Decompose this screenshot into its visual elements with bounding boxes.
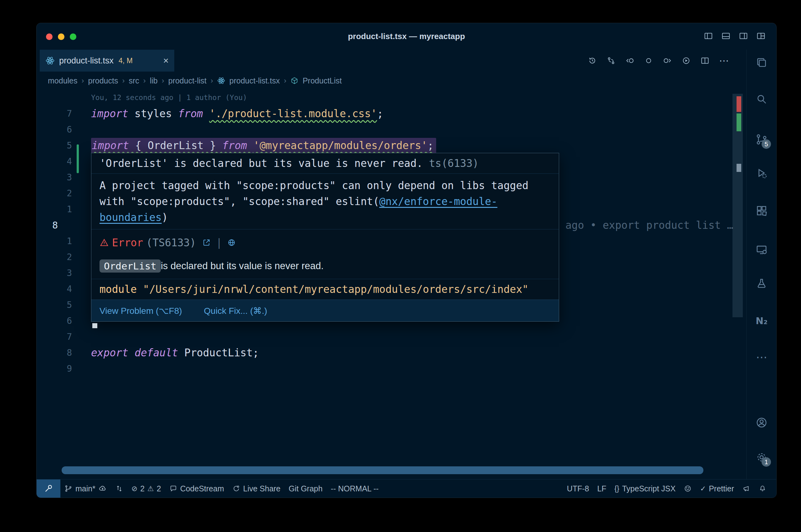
git-graph-status[interactable]: Git Graph (285, 479, 327, 498)
line-number: 4 (37, 281, 72, 297)
encoding-status[interactable]: UTF-8 (563, 479, 593, 498)
source-control-icon[interactable]: 5 (755, 133, 768, 146)
popup-footer: View Problem (⌥F8) Quick Fix... (⌘.) (91, 300, 559, 321)
module-path-row: module "/Users/juri/nrwl/content/myreact… (91, 279, 559, 300)
extensions-icon[interactable] (755, 204, 768, 217)
line-number: 4 (37, 153, 72, 169)
popup-resize-handle[interactable] (92, 323, 97, 328)
code-line-export-default[interactable]: export default ProductList; (91, 345, 259, 361)
horizontal-scrollbar[interactable] (62, 467, 703, 474)
toggle-sidebar-left-icon[interactable] (704, 31, 713, 41)
error-circle-icon: ⊘ (131, 484, 138, 493)
search-icon[interactable] (755, 92, 768, 106)
git-branch-status[interactable]: main* (60, 479, 111, 498)
globe-icon[interactable] (227, 238, 236, 247)
timeline-history-icon[interactable] (588, 56, 597, 65)
git-compare-status[interactable] (111, 479, 127, 498)
check-icon: ✓ (700, 484, 706, 493)
explorer-icon[interactable] (755, 56, 768, 70)
line-number-gutter: 7 6 5 4 3 2 1 8 1 2 3 4 5 6 7 8 9 (37, 90, 72, 377)
selection-highlight: import { OrderList } from '@myreactapp/m… (91, 138, 436, 154)
code-line-import-styles[interactable]: import styles from './product-list.modul… (91, 106, 383, 121)
branch-name: main* (75, 484, 95, 493)
symbol-badge: OrderList (99, 260, 161, 272)
remote-indicator[interactable] (37, 479, 60, 498)
nx-console-icon[interactable]: N₂ (755, 314, 768, 327)
next-change-icon[interactable] (663, 56, 672, 65)
eslint-rule-link[interactable]: boundaries (99, 211, 162, 224)
warning-count: 2 (157, 484, 161, 493)
brace-open: { (129, 139, 148, 152)
more-actions-icon[interactable]: ⋯ (719, 56, 729, 65)
breadcrumb-item-file[interactable]: product-list.tsx (229, 76, 280, 86)
keyword-export: export (91, 347, 128, 359)
eslint-diagnostic-row: A project tagged with "scope:products" c… (91, 174, 559, 229)
previous-change-icon[interactable] (625, 56, 635, 65)
language-mode-status[interactable]: {}TypeScript JSX (611, 479, 679, 498)
chevron-right-icon: › (143, 76, 146, 85)
braces-icon: {} (615, 484, 619, 493)
tab-close-icon[interactable]: × (163, 56, 169, 65)
split-editor-icon[interactable] (700, 56, 710, 65)
keyword-import: import (91, 108, 128, 120)
tab-product-list[interactable]: product-list.tsx 4, M × (40, 50, 174, 72)
eslint-message-line2: with "scope:products", "scope:shared" es… (99, 195, 379, 208)
announcement-status[interactable] (738, 479, 754, 498)
breadcrumb-item-product-list[interactable]: product-list (168, 76, 206, 86)
identifier-productlist: ProductList; (178, 347, 259, 359)
megaphone-icon (742, 484, 750, 493)
problems-status[interactable]: ⊘ 2 ⚠ 2 (127, 479, 165, 498)
run-debug-icon[interactable] (755, 166, 768, 180)
ts-diagnostic-code: ts(6133) (429, 157, 479, 169)
language-label: TypeScript JSX (622, 484, 675, 493)
editor-toolbar: ⋯ (588, 50, 729, 72)
keyword-module: module (99, 283, 137, 296)
codestream-status[interactable]: CodeStream (165, 479, 228, 498)
toggle-sidebar-right-icon[interactable] (739, 31, 748, 41)
remote-explorer-icon[interactable] (755, 243, 768, 256)
eol-status[interactable]: LF (593, 479, 611, 498)
brace-close: } (204, 139, 222, 152)
vim-mode-indicator: -- NORMAL -- (327, 479, 383, 498)
test-beaker-icon[interactable] (755, 277, 768, 290)
compare-changes-icon[interactable] (606, 56, 616, 65)
account-icon[interactable] (755, 416, 768, 430)
line-number: 8 (37, 345, 72, 361)
chevron-right-icon: › (211, 76, 213, 85)
line-number: 2 (37, 185, 72, 201)
nx-glyph: N₂ (756, 316, 767, 326)
toggle-panel-icon[interactable] (721, 31, 731, 41)
breadcrumb-item-symbol[interactable]: ProductList (303, 76, 342, 86)
breadcrumb-item-lib[interactable]: lib (150, 76, 158, 86)
settings-gear-icon[interactable]: 1 (755, 451, 768, 464)
line-number (37, 90, 72, 106)
divider: | (216, 236, 222, 249)
breadcrumb-item-products[interactable]: products (88, 76, 118, 86)
overview-ruler-selection-mark (736, 164, 741, 172)
live-share-status[interactable]: Live Share (228, 479, 285, 498)
ts-diagnostic-message: 'OrderList' is declared but its value is… (99, 157, 429, 169)
eslint-rule-link[interactable]: @nx/enforce-module- (379, 195, 497, 208)
line-number: 6 (37, 121, 72, 137)
code-editor[interactable]: 7 6 5 4 3 2 1 8 1 2 3 4 5 6 7 8 9 You, 1… (37, 90, 747, 479)
string-orders-path: '@myreactapp/modules/orders' (253, 139, 427, 152)
tab-strip: product-list.tsx 4, M × ⋯ (37, 50, 747, 72)
view-problem-link[interactable]: View Problem (⌥F8) (99, 306, 182, 316)
code-line-import-orderlist[interactable]: import { OrderList } from '@myreactapp/m… (91, 137, 436, 153)
git-blame-heading: You, 12 seconds ago | 1 author (You) (91, 90, 247, 106)
feedback-smiley[interactable] (679, 479, 696, 498)
cloud-upload-icon (98, 484, 107, 493)
breadcrumb-item-modules[interactable]: modules (48, 76, 78, 86)
more-views-icon[interactable]: ⋯ (755, 350, 768, 364)
quick-fix-link[interactable]: Quick Fix... (⌘.) (204, 306, 267, 316)
vscode-window: product-list.tsx — myreactapp product-li… (36, 23, 777, 498)
run-code-icon[interactable] (681, 56, 691, 65)
open-external-icon[interactable] (202, 238, 211, 247)
smiley-icon (684, 484, 692, 493)
notifications-bell[interactable] (754, 479, 771, 498)
prettier-status[interactable]: ✓Prettier (696, 479, 738, 498)
layout-grid-icon[interactable] (756, 31, 766, 41)
hover-diagnostic-popup: 'OrderList' is declared but its value is… (91, 153, 559, 322)
breadcrumb-item-src[interactable]: src (129, 76, 139, 86)
change-marker-icon[interactable] (644, 56, 653, 65)
